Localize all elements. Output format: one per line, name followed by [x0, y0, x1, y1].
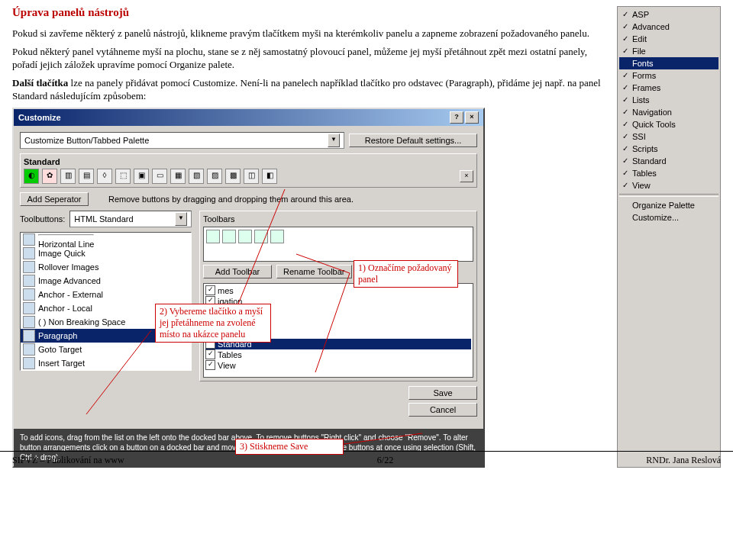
item-icon: [23, 275, 35, 287]
dialog-title: Customize: [18, 113, 61, 122]
toolbar-icon[interactable]: ◫: [244, 169, 259, 184]
sample-icon[interactable]: [238, 230, 252, 243]
check-icon: ✓: [621, 169, 629, 178]
check-icon: ✓: [621, 182, 629, 190]
toolbuttons-list[interactable]: Horizontal LineImage QuickRollover Image…: [20, 232, 192, 371]
item-icon: [23, 302, 35, 314]
checkbox-icon[interactable]: ✓: [205, 360, 215, 370]
list-item[interactable]: Image Quick: [21, 246, 191, 260]
sidebar-item[interactable]: ✓Tables: [619, 167, 718, 179]
check-icon: ✓: [621, 72, 629, 80]
item-icon: [23, 261, 35, 273]
toolbar-icon[interactable]: ▨: [207, 169, 222, 184]
sidebar-item[interactable]: Fonts: [619, 57, 718, 69]
check-icon: ✓: [621, 84, 629, 92]
checklist-item[interactable]: ✓Tables: [205, 349, 471, 360]
toolbar-icon[interactable]: ✿: [42, 169, 57, 184]
toolbuttons-combo[interactable]: HTML Standard▼: [69, 211, 192, 227]
sample-icon[interactable]: [254, 230, 268, 243]
check-icon: ✓: [621, 11, 629, 19]
check-icon: ✓: [621, 145, 629, 153]
checkbox-icon[interactable]: ✓: [205, 349, 215, 359]
toolbar-preview-label: Standard: [24, 157, 473, 166]
toolbar-icon[interactable]: ▦: [170, 169, 186, 184]
item-icon: [23, 357, 35, 369]
toolbar-sample-panel: [203, 227, 473, 262]
panels-context-menu[interactable]: ✓ASP✓Advanced✓Edit✓FileFonts✓Forms✓Frame…: [617, 6, 721, 468]
check-icon: ✓: [621, 35, 629, 43]
cancel-button[interactable]: Cancel: [408, 403, 477, 417]
restore-defaults-button[interactable]: Restore Default settings...: [349, 134, 477, 147]
sidebar-item[interactable]: Organize Palette: [619, 199, 718, 211]
check-icon: ✓: [621, 47, 629, 56]
remove-hint: Remove buttons by dragging and dropping …: [108, 195, 354, 204]
check-icon: ✓: [621, 96, 629, 105]
footer-page-number: 6/22: [377, 455, 393, 466]
list-item[interactable]: Goto Target: [21, 343, 191, 356]
toolbars-label: Toolbars: [203, 214, 235, 224]
item-icon: [23, 343, 35, 356]
toolbar-icon[interactable]: ▧: [189, 169, 204, 184]
toolbar-icon[interactable]: ▩: [225, 169, 241, 184]
sidebar-item[interactable]: ✓Navigation: [619, 106, 718, 118]
toolbar-icon[interactable]: ▣: [134, 169, 149, 184]
sidebar-item[interactable]: ✓ASP: [619, 8, 718, 21]
check-icon: ✓: [621, 23, 629, 31]
toolbar-close-icon[interactable]: ×: [460, 170, 473, 182]
sample-icon[interactable]: [270, 230, 284, 243]
sidebar-item[interactable]: ✓File: [619, 45, 718, 57]
checkbox-icon[interactable]: ✓: [205, 285, 215, 295]
list-item[interactable]: Anchor - External: [21, 288, 191, 301]
sidebar-item[interactable]: ✓SSI: [619, 130, 718, 143]
list-item[interactable]: Rollover Images: [21, 260, 191, 274]
item-icon: [23, 233, 35, 246]
chevron-down-icon[interactable]: ▼: [328, 134, 340, 147]
callout-2: 2) Vybereme tlačítko a myší jej přetáhne…: [155, 304, 271, 343]
add-toolbar-button[interactable]: Add Toolbar: [203, 265, 272, 278]
toolbar-icon[interactable]: ◊: [97, 169, 112, 184]
sidebar-item[interactable]: ✓Scripts: [619, 143, 718, 155]
sample-icon[interactable]: [206, 230, 220, 243]
sidebar-item[interactable]: ✓Quick Tools: [619, 118, 718, 130]
sidebar-item[interactable]: ✓Standard: [619, 155, 718, 167]
sidebar-item[interactable]: ✓Forms: [619, 69, 718, 82]
sidebar-item[interactable]: ✓Edit: [619, 33, 718, 45]
toolbar-icon[interactable]: ▭: [152, 169, 167, 184]
footer-left: SIPVZ – Publikování na www: [12, 455, 124, 466]
sidebar-item[interactable]: ✓Lists: [619, 94, 718, 106]
list-item[interactable]: Horizontal Line: [21, 233, 191, 246]
toolbar-icon[interactable]: ◧: [262, 169, 277, 184]
sidebar-item[interactable]: Customize...: [619, 211, 718, 224]
item-icon: [23, 330, 35, 342]
paragraph-2: Pokud některý panel vytáhneme myší na pl…: [12, 45, 602, 72]
toolbar-icon[interactable]: ◐: [24, 169, 39, 184]
paragraph-3: Další tlačítka lze na panely přidávat po…: [12, 76, 602, 103]
callout-3: 3) Stiskneme Save: [235, 439, 344, 455]
sidebar-item[interactable]: ✓Frames: [619, 82, 718, 94]
help-button[interactable]: ?: [450, 111, 463, 124]
list-item[interactable]: Image Advanced: [21, 274, 191, 288]
sample-icon[interactable]: [222, 230, 236, 243]
checklist-item[interactable]: ✓View: [205, 360, 471, 371]
footer-right: RNDr. Jana Reslová: [646, 455, 721, 466]
close-icon[interactable]: ×: [465, 111, 479, 124]
palette-select[interactable]: Customize Button/Tabbed Palette▼: [20, 132, 344, 149]
item-icon: [23, 247, 35, 259]
toolbar-icon[interactable]: ▤: [79, 169, 94, 184]
chevron-down-icon[interactable]: ▼: [175, 212, 187, 226]
check-icon: ✓: [621, 108, 629, 117]
toolbar-icon[interactable]: ▥: [60, 169, 76, 184]
check-icon: [621, 60, 629, 68]
rename-toolbar-button[interactable]: Rename Toolbar: [276, 265, 352, 278]
toolbar-icon[interactable]: ⬚: [115, 169, 131, 184]
list-item[interactable]: Insert Target: [21, 356, 191, 370]
toolbar-preview: Standard ◐ ✿ ▥ ▤ ◊ ⬚ ▣ ▭ ▦: [20, 153, 477, 188]
customize-dialog: Customize ? × Customize Button/Tabbed Pa…: [12, 108, 485, 468]
save-button[interactable]: Save: [408, 386, 477, 400]
check-icon: ✓: [621, 157, 629, 166]
add-separator-button[interactable]: Add Seperator: [20, 192, 89, 206]
sidebar-item[interactable]: ✓View: [619, 179, 718, 191]
toolbuttons-label: Toolbuttons:: [20, 214, 65, 224]
sidebar-item[interactable]: ✓Advanced: [619, 21, 718, 33]
paragraph-1: Pokud si zavřeme některý z panelů nástro…: [12, 27, 602, 40]
